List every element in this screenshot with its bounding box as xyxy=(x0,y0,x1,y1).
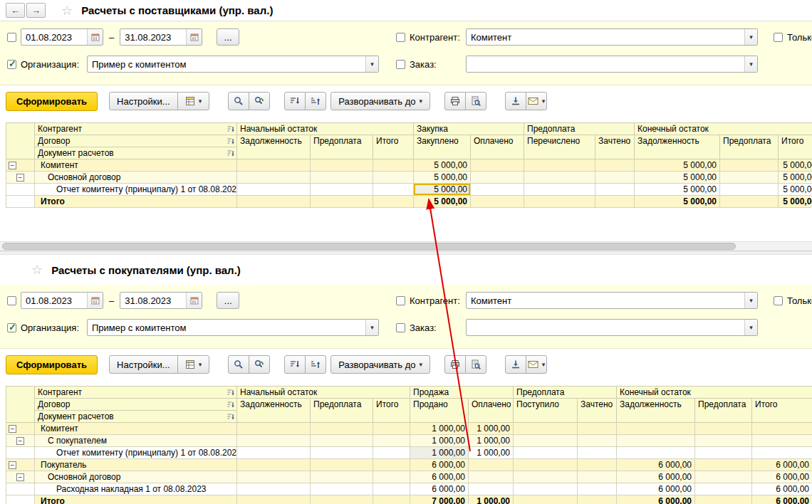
print-icon[interactable] xyxy=(444,355,466,374)
column-header-document[interactable]: Документ расчетов xyxy=(35,411,237,423)
chevron-down-icon[interactable]: ▾ xyxy=(744,320,757,335)
favorite-star-icon[interactable]: ☆ xyxy=(31,263,43,276)
value-cell[interactable] xyxy=(471,172,524,184)
expand-to-button[interactable]: Разворачивать до▾ xyxy=(330,92,430,110)
value-cell[interactable] xyxy=(514,471,578,483)
value-cell[interactable] xyxy=(311,184,373,196)
value-cell[interactable]: 6 000,00 xyxy=(752,459,812,471)
value-cell[interactable] xyxy=(752,435,812,447)
value-cell[interactable] xyxy=(373,172,414,184)
value-cell[interactable] xyxy=(237,172,311,184)
value-cell[interactable] xyxy=(514,459,578,471)
value-cell[interactable] xyxy=(720,159,779,172)
settings-button[interactable]: Настройки... xyxy=(109,92,178,110)
value-cell[interactable] xyxy=(695,459,752,471)
value-cell[interactable] xyxy=(514,483,578,495)
print-preview-icon[interactable] xyxy=(465,92,486,110)
value-cell[interactable] xyxy=(695,435,752,447)
value-cell[interactable]: 5 000,00 xyxy=(779,159,812,172)
print-icon[interactable] xyxy=(444,92,466,110)
row-label[interactable]: Отчет комитенту (принципалу) 1 от 08.08.… xyxy=(35,447,237,459)
row-label[interactable]: Комитент xyxy=(35,423,237,435)
value-cell[interactable]: 5 000,00 xyxy=(635,196,720,208)
value-cell[interactable] xyxy=(373,435,410,447)
value-cell[interactable] xyxy=(469,459,514,471)
value-cell[interactable] xyxy=(752,423,812,435)
organization-input[interactable] xyxy=(88,56,365,72)
value-cell[interactable] xyxy=(311,172,373,184)
row-label[interactable]: Расходная накладная 1 от 08.08.2023 xyxy=(35,483,237,495)
value-cell[interactable] xyxy=(311,159,373,172)
sort-ascending-icon[interactable] xyxy=(305,355,326,374)
value-cell[interactable] xyxy=(373,423,410,435)
value-cell[interactable]: 6 000,00 xyxy=(410,483,469,495)
generate-button[interactable]: Сформировать xyxy=(6,92,98,111)
value-cell[interactable]: 5 000,00 xyxy=(779,184,812,196)
search-icon[interactable] xyxy=(228,355,249,374)
report-variants-button[interactable]: ▾ xyxy=(177,355,210,374)
value-cell[interactable] xyxy=(720,172,779,184)
value-cell[interactable]: 5 000,00 xyxy=(414,196,471,208)
row-label[interactable]: Комитент xyxy=(35,159,237,172)
order-checkbox[interactable] xyxy=(396,323,405,332)
value-cell[interactable] xyxy=(695,495,752,504)
value-cell[interactable] xyxy=(578,495,617,504)
forward-button[interactable]: → xyxy=(26,3,46,18)
value-cell[interactable] xyxy=(237,159,311,172)
column-header-counterparty[interactable]: Контрагент xyxy=(35,387,237,399)
value-cell[interactable] xyxy=(373,184,414,196)
value-cell[interactable] xyxy=(617,435,695,447)
collapse-toggle[interactable]: − xyxy=(16,473,24,481)
value-cell[interactable]: 6 000,00 xyxy=(410,459,469,471)
value-cell[interactable] xyxy=(578,483,617,495)
value-cell[interactable] xyxy=(237,435,311,447)
date-from-input[interactable] xyxy=(21,293,87,308)
value-cell[interactable] xyxy=(514,495,578,504)
value-cell[interactable] xyxy=(524,172,595,184)
value-cell[interactable] xyxy=(373,471,410,483)
value-cell[interactable] xyxy=(311,495,373,504)
value-cell[interactable] xyxy=(720,184,779,196)
collapse-toggle[interactable]: − xyxy=(16,174,24,182)
calendar-icon[interactable] xyxy=(87,29,103,45)
row-label[interactable]: Отчет комитенту (принципалу) 1 от 08.08.… xyxy=(35,184,237,196)
value-cell[interactable]: 5 000,00 xyxy=(635,172,720,184)
date-to-input[interactable] xyxy=(120,29,186,45)
calendar-icon[interactable] xyxy=(186,293,202,308)
value-cell[interactable] xyxy=(578,471,617,483)
value-cell[interactable]: 5 000,00 xyxy=(635,184,720,196)
value-cell[interactable] xyxy=(524,184,595,196)
organization-checkbox[interactable]: ✓ xyxy=(7,60,16,69)
value-cell[interactable] xyxy=(617,423,695,435)
value-cell[interactable] xyxy=(237,459,311,471)
value-cell[interactable]: 6 000,00 xyxy=(617,471,695,483)
value-cell[interactable] xyxy=(578,447,617,459)
report-variants-button[interactable]: ▾ xyxy=(177,92,210,110)
value-cell[interactable] xyxy=(595,184,635,196)
row-label[interactable]: Основной договор xyxy=(35,471,237,483)
value-cell[interactable] xyxy=(469,483,514,495)
value-cell[interactable]: 1 000,00 xyxy=(410,423,469,435)
order-checkbox[interactable] xyxy=(396,60,405,69)
value-cell[interactable] xyxy=(514,435,578,447)
value-cell[interactable] xyxy=(752,447,812,459)
search-refresh-icon[interactable] xyxy=(249,355,270,374)
settings-button[interactable]: Настройки... xyxy=(109,355,178,374)
value-cell[interactable]: 6 000,00 xyxy=(410,471,469,483)
chevron-down-icon[interactable]: ▾ xyxy=(744,293,757,308)
value-cell[interactable]: 6 000,00 xyxy=(752,483,812,495)
value-cell[interactable] xyxy=(695,423,752,435)
column-header-contract[interactable]: Договор xyxy=(35,135,237,147)
value-cell[interactable] xyxy=(237,423,311,435)
collapse-toggle[interactable]: − xyxy=(9,461,16,469)
save-icon[interactable] xyxy=(505,92,526,110)
value-cell[interactable] xyxy=(311,459,373,471)
value-cell[interactable] xyxy=(471,159,524,172)
order-input[interactable] xyxy=(467,56,744,72)
period-checkbox[interactable] xyxy=(7,33,16,42)
value-cell[interactable] xyxy=(514,423,578,435)
mail-icon[interactable]: ▾ xyxy=(526,92,547,110)
column-header-contract[interactable]: Договор xyxy=(35,399,237,411)
value-cell[interactable]: 1 000,00 xyxy=(469,495,514,504)
value-cell[interactable] xyxy=(311,423,373,435)
